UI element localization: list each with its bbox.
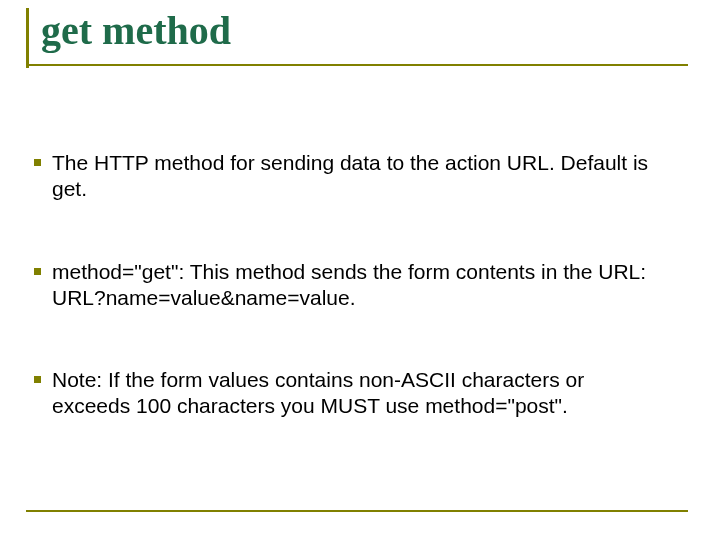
bottom-rule [26, 510, 688, 512]
title-underline [26, 64, 688, 66]
paragraph-text: The HTTP method for sending data to the … [52, 151, 648, 200]
slide: get method The HTTP method for sending d… [0, 0, 720, 540]
title-container: get method [26, 8, 686, 68]
slide-title: get method [41, 8, 231, 52]
paragraph: method="get": This method sends the form… [52, 259, 662, 312]
paragraph: The HTTP method for sending data to the … [52, 150, 662, 203]
paragraph-text: Note: If the form values contains non-AS… [52, 368, 584, 417]
bullet-icon [34, 268, 41, 275]
bullet-icon [34, 376, 41, 383]
bullet-icon [34, 159, 41, 166]
slide-body: The HTTP method for sending data to the … [52, 150, 662, 476]
paragraph: Note: If the form values contains non-AS… [52, 367, 662, 420]
paragraph-text: method="get": This method sends the form… [52, 260, 646, 309]
